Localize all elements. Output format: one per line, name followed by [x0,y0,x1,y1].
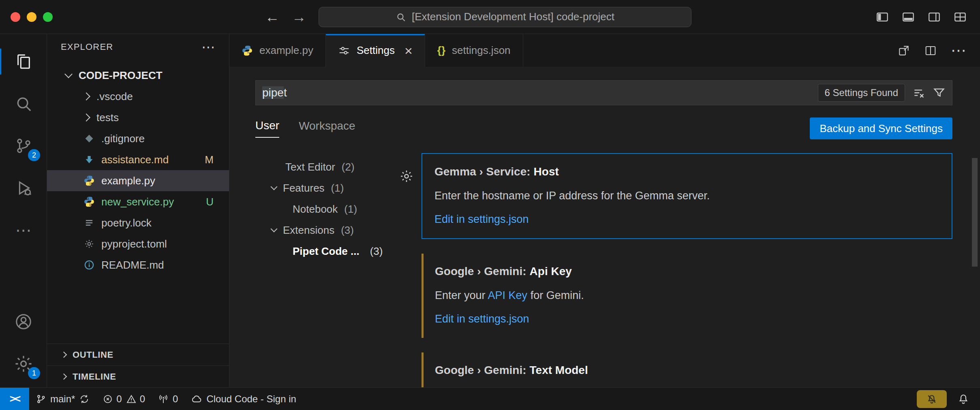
git-file-icon [83,132,96,145]
customize-layout-icon[interactable] [953,10,967,24]
run-debug-icon [14,179,33,197]
scope-tab-user[interactable]: User [255,119,279,138]
search-icon [396,12,406,22]
explorer-more-icon[interactable]: ⋯ [201,39,215,55]
json-file-icon: {} [437,44,445,57]
radio-tower-icon [158,394,169,404]
toc-features[interactable]: Features(1) [255,177,422,199]
more-actions-icon[interactable]: ⋯ [951,47,966,53]
edit-in-settings-json-link[interactable]: Edit in settings.json [434,212,939,226]
command-center[interactable]: [Extension Development Host] code-projec… [319,7,691,27]
navigate-back-icon[interactable]: ← [265,10,280,24]
activity-search-button[interactable] [0,83,47,125]
tree-file-example-py[interactable]: example.py [47,170,229,191]
scm-badge: 2 [28,149,40,161]
toc-pipet-code[interactable]: Pipet Code ...(3) [255,241,422,262]
cloud-code-status-item[interactable]: Cloud Code - Sign in [184,388,302,410]
settings-sliders-icon [338,45,350,57]
tree-root-folder[interactable]: CODE-PROJECT [47,65,229,86]
python-file-icon [83,174,96,187]
git-status-badge: M [205,154,214,166]
toc-extensions[interactable]: Extensions(3) [255,220,422,241]
navigate-forward-icon[interactable]: → [292,10,306,24]
python-file-icon [83,195,96,208]
toml-file-icon [83,237,96,250]
tree-file-pyproject-toml[interactable]: pyproject.toml [47,233,229,254]
editor-scrollbar[interactable] [972,158,978,267]
branch-status-item[interactable]: main* [29,388,96,410]
tree-file-gitignore[interactable]: .gitignore [47,128,229,149]
toggle-primary-sidebar-icon[interactable] [875,10,889,24]
split-editor-icon[interactable] [924,44,937,57]
tree-folder-vscode[interactable]: .vscode [47,86,229,107]
remote-indicator[interactable]: >< [0,388,29,410]
toggle-secondary-sidebar-icon[interactable] [927,10,941,24]
tree-file-poetry-lock[interactable]: poetry.lock [47,212,229,233]
settings-search-input[interactable]: pipet 6 Settings Found [255,80,952,105]
close-tab-icon[interactable]: × [404,44,413,58]
chevron-down-icon [64,70,73,78]
tree-file-assistance-md[interactable]: assistance.md M [47,149,229,170]
close-window-button[interactable] [11,12,20,22]
tree-folder-tests[interactable]: tests [47,107,229,128]
accounts-button[interactable] [0,301,47,343]
git-branch-icon [36,394,46,404]
scope-tab-workspace[interactable]: Workspace [299,120,355,137]
setting-title: Google › Gemini:Api Key [435,264,940,279]
toc-notebook[interactable]: Notebook(1) [255,199,422,220]
outline-section-header[interactable]: OUTLINE [47,344,229,365]
title-bar: ← → [Extension Development Host] code-pr… [0,0,980,34]
api-key-link[interactable]: API Key [488,289,528,301]
settings-toc: Text Editor(2) Features(1) Notebook(1) E… [255,153,422,387]
activity-run-debug-button[interactable] [0,167,47,209]
tab-settings-json[interactable]: {} settings.json [425,34,523,67]
setting-title: Gemma › Service:Host [434,164,939,179]
toggle-panel-icon[interactable] [901,10,915,24]
zoom-window-button[interactable] [43,12,53,22]
setting-title: Google › Gemini:Text Model [435,363,940,378]
python-file-icon [242,45,253,56]
settings-editor: pipet 6 Settings Found User Workspace Ba… [229,67,980,387]
tab-settings[interactable]: Settings × [326,34,425,67]
activity-more-button[interactable]: ⋯ [0,209,47,251]
activity-explorer-button[interactable] [0,41,47,83]
window-controls [0,12,81,22]
search-icon [14,94,33,113]
activity-bar: 2 ⋯ 1 [0,34,47,387]
git-status-badge: U [206,196,214,208]
minimize-window-button[interactable] [27,12,36,22]
file-tree: CODE-PROJECT .vscode tests .gitignore as… [47,65,229,275]
tab-bar: example.py Settings × {} settings.json ⋯ [229,34,980,67]
tab-example-py[interactable]: example.py [229,34,326,67]
setting-description: Enter the hostname or IP address for the… [434,189,939,203]
backup-sync-settings-button[interactable]: Backup and Sync Settings [810,117,952,139]
edit-in-settings-json-link[interactable]: Edit in settings.json [435,312,940,326]
chevron-down-icon [271,184,278,190]
cloud-icon [191,393,202,405]
settings-list: Gemma › Service:Host Enter the hostname … [422,153,952,387]
tree-file-readme-md[interactable]: README.md [47,254,229,275]
warning-icon [126,394,137,404]
manage-settings-button[interactable]: 1 [0,343,47,385]
setting-gemma-service-host[interactable]: Gemma › Service:Host Enter the hostname … [422,153,952,239]
chevron-right-icon [61,352,67,358]
bell-icon[interactable] [957,393,969,405]
problems-status-item[interactable]: 0 0 [96,388,152,410]
status-warning-badge[interactable] [917,390,947,408]
filter-icon[interactable] [933,86,946,99]
activity-source-control-button[interactable]: 2 [0,125,47,167]
remote-icon: >< [10,393,19,405]
files-icon [14,52,33,71]
toc-text-editor[interactable]: Text Editor(2) [255,156,422,177]
setting-google-gemini-text-model[interactable]: Google › Gemini:Text Model [422,352,952,387]
setting-gear-icon[interactable] [400,169,413,183]
ports-status-item[interactable]: 0 [152,388,184,410]
error-icon [103,394,113,404]
setting-google-gemini-api-key[interactable]: Google › Gemini:Api Key Enter your API K… [422,254,952,338]
tree-file-new-service-py[interactable]: new_service.py U [47,191,229,212]
open-settings-json-icon[interactable] [897,44,910,57]
timeline-section-header[interactable]: TIMELINE [47,365,229,387]
clear-search-icon[interactable] [912,86,925,99]
search-value: pipet [262,86,287,99]
explorer-sidebar: EXPLORER ⋯ CODE-PROJECT .vscode tests [47,34,229,387]
